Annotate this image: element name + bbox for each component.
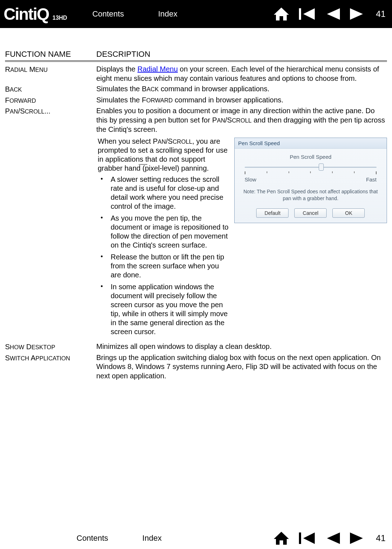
fn-name-radial-menu: Radial Menu [5, 65, 96, 83]
desc-radial-menu: Displays the Radial Menu on your screen.… [96, 65, 387, 83]
tick-mark [376, 171, 377, 174]
bullet-icon: • [98, 214, 111, 250]
pan-scroll-bullets: • A slower setting reduces the scroll ra… [98, 175, 230, 336]
first-page-icon[interactable] [298, 7, 316, 21]
ok-button[interactable]: OK [332, 208, 365, 218]
dialog-slider-label: Pen Scroll Speed [241, 154, 380, 160]
header-description: DESCRIPTION [96, 50, 387, 59]
page-number-bottom: 41 [376, 533, 386, 543]
top-nav-icons: 41 [273, 7, 388, 21]
list-item: • A slower setting reduces the scroll ra… [98, 175, 230, 211]
slider-thumb[interactable] [319, 163, 324, 171]
desc-pan-scroll: Enables you to position a document or im… [96, 106, 387, 134]
top-navigation-bar: CintiQ 13HD Contents Index 41 [0, 0, 392, 28]
slider-labels: Slow Fast [245, 176, 377, 183]
tick-mark [332, 171, 333, 173]
bullet-text: A slower setting reduces the scroll rate… [111, 175, 230, 211]
pan-scroll-details: When you select Pan/Scroll, you are prom… [5, 137, 387, 339]
leader-line [139, 164, 147, 165]
bullet-text: In some application windows the document… [111, 282, 230, 336]
home-icon[interactable] [273, 531, 290, 545]
bullet-text: Release the button or lift the pen tip f… [111, 253, 230, 280]
list-item: • As you move the pen tip, the document … [98, 214, 230, 250]
contents-link[interactable]: Contents [92, 9, 124, 19]
default-button[interactable]: Default [256, 208, 289, 218]
forward-icon[interactable] [349, 531, 365, 545]
index-link[interactable]: Index [158, 9, 177, 19]
tick-mark [245, 171, 245, 174]
desc-forward: Simulates the Forward command in browser… [96, 96, 387, 105]
table-header-row: FUNCTION NAME DESCRIPTION [5, 50, 387, 62]
fn-name-pan-scroll: Pan/Scroll... [5, 106, 96, 134]
home-icon[interactable] [273, 7, 290, 21]
tick-mark [267, 171, 267, 173]
bullet-icon: • [98, 253, 111, 280]
slider-fast-label: Fast [366, 176, 377, 183]
page-number-top: 41 [376, 9, 386, 19]
radial-menu-link[interactable]: Radial Menu [138, 65, 178, 73]
row-pan-scroll: Pan/Scroll... Enables you to position a … [5, 106, 387, 134]
desc-switch-application: Brings up the application switching dial… [96, 353, 387, 381]
pan-scroll-text-column: When you select Pan/Scroll, you are prom… [98, 137, 230, 339]
dialog-body: Pen Scroll Speed Slow Fast [235, 149, 387, 223]
fn-name-switch-application: Switch Application [5, 353, 96, 381]
index-link-bottom[interactable]: Index [142, 534, 162, 543]
dialog-title: Pen Scroll Speed [235, 138, 387, 149]
dialog-note: Note: The Pen Scroll Speed does not affe… [241, 188, 380, 202]
pen-scroll-speed-dialog: Pen Scroll Speed Pen Scroll Speed [234, 138, 387, 223]
fn-name-forward: Forward [5, 96, 96, 105]
top-nav-links: Contents Index [92, 9, 177, 19]
tick-mark [310, 171, 311, 173]
bullet-icon: • [98, 282, 111, 336]
forward-icon[interactable] [349, 7, 365, 21]
slider-slow-label: Slow [245, 176, 257, 183]
row-switch-application: Switch Application Brings up the applica… [5, 353, 387, 381]
list-item: • In some application windows the docume… [98, 282, 230, 336]
desc-show-desktop: Minimizes all open windows to display a … [96, 342, 387, 352]
pan-scroll-intro: When you select Pan/Scroll, you are prom… [98, 137, 230, 173]
slider-track-line [245, 167, 377, 168]
speed-slider[interactable] [245, 163, 377, 171]
row-forward: Forward Simulates the Forward command in… [5, 96, 387, 105]
back-icon[interactable] [325, 531, 341, 545]
list-item: • Release the button or lift the pen tip… [98, 253, 230, 280]
tick-mark [354, 171, 355, 173]
back-icon[interactable] [325, 7, 341, 21]
slider-ticks [245, 171, 377, 174]
contents-link-bottom[interactable]: Contents [77, 534, 108, 543]
tick-mark [289, 171, 289, 173]
fn-name-back: Back [5, 84, 96, 94]
bullet-text: As you move the pen tip, the document or… [111, 214, 230, 250]
row-back: Back Simulates the Back command in brows… [5, 84, 387, 94]
bottom-navigation-bar: Contents Index 41 [0, 527, 392, 548]
header-function-name: FUNCTION NAME [5, 50, 96, 59]
page-content: FUNCTION NAME DESCRIPTION Radial Menu Di… [0, 28, 392, 527]
bottom-nav-links: Contents Index [77, 534, 162, 543]
cancel-button[interactable]: Cancel [294, 208, 327, 218]
logo-main-text: CintiQ [4, 4, 49, 24]
row-show-desktop: Show Desktop Minimizes all open windows … [5, 342, 387, 352]
first-page-icon[interactable] [298, 531, 316, 545]
svg-rect-0 [299, 8, 301, 20]
bullet-icon: • [98, 175, 111, 211]
fn-name-show-desktop: Show Desktop [5, 342, 96, 352]
bottom-nav-icons: 41 [273, 531, 388, 545]
logo-sub-text: 13HD [52, 15, 67, 21]
desc-back: Simulates the Back command in browser ap… [96, 84, 387, 94]
product-logo: CintiQ 13HD [0, 4, 67, 24]
row-radial-menu: Radial Menu Displays the Radial Menu on … [5, 65, 387, 83]
svg-rect-1 [299, 532, 301, 544]
dialog-button-row: Default Cancel OK [241, 208, 380, 218]
